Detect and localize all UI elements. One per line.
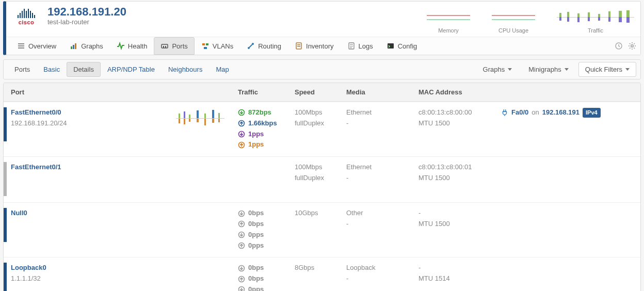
subtab-ports[interactable]: Ports [8, 62, 37, 77]
svg-rect-55 [189, 119, 190, 122]
svg-rect-61 [212, 119, 214, 123]
tab-config[interactable]: Config [380, 37, 424, 55]
subtab-arp[interactable]: ARP/NDP Table [101, 62, 162, 77]
routing-icon [247, 42, 255, 50]
svg-rect-8 [588, 17, 590, 21]
gear-icon[interactable] [628, 42, 636, 50]
spark-cpu[interactable]: CPU Usage [492, 10, 535, 34]
table-row: Loopback0 1.1.1.1/32 0bps 0bps 0pps 0pps… [4, 257, 640, 291]
arrow-circle-icon [238, 231, 245, 238]
arrow-circle-icon [238, 265, 245, 272]
tab-ports[interactable]: Ports [154, 37, 194, 55]
svg-rect-27 [206, 43, 208, 45]
spark-label: CPU Usage [492, 27, 535, 34]
mac-cell: -MTU 1514 [414, 263, 497, 284]
plug-icon [501, 109, 508, 116]
svg-rect-23 [162, 44, 168, 48]
traffic-cell: 0bps 0bps 0pps 0pps [234, 208, 291, 251]
neighbor-target[interactable]: 192.168.191 [542, 107, 579, 118]
traffic-value: 0pps [248, 284, 264, 291]
traffic-value: 0pps [248, 240, 264, 251]
svg-rect-17 [18, 43, 24, 44]
minigraphs-dropdown[interactable]: Minigraphs [522, 62, 575, 77]
neighbor-on: on [532, 107, 539, 118]
svg-line-48 [634, 43, 635, 44]
speed-cell: 10Gbps [291, 208, 342, 219]
port-link[interactable]: Null0 [11, 209, 27, 217]
traffic-value: 872bps [248, 107, 271, 118]
tab-health[interactable]: Health [110, 37, 154, 55]
chevron-down-icon [625, 68, 630, 71]
svg-rect-18 [18, 45, 24, 46]
inventory-icon [295, 42, 303, 50]
svg-rect-60 [212, 110, 214, 118]
svg-rect-16 [626, 17, 630, 23]
subtab-basic[interactable]: Basic [37, 62, 67, 77]
ipv4-badge: IPv4 [583, 108, 601, 118]
quick-filters-dropdown[interactable]: Quick Filters [578, 62, 636, 77]
svg-line-45 [630, 43, 631, 44]
svg-rect-20 [71, 46, 72, 49]
col-port[interactable]: Port [7, 88, 172, 96]
arrow-circle-icon [238, 242, 245, 249]
speed-cell: 100MbpsfullDuplex [291, 107, 342, 129]
svg-rect-14 [619, 17, 622, 22]
col-traffic[interactable]: Traffic [234, 88, 291, 96]
refresh-icon[interactable] [615, 42, 623, 50]
subtab-neighbours[interactable]: Neighbours [162, 62, 210, 77]
svg-rect-21 [73, 45, 74, 49]
logs-icon [347, 42, 356, 50]
traffic-sparkline-icon [557, 9, 634, 26]
tab-logs[interactable]: Logs [341, 37, 380, 55]
tab-graphs[interactable]: Graphs [63, 37, 110, 55]
mac-cell: -MTU 1500 [414, 208, 497, 230]
device-ip[interactable]: 192.168.191.20 [47, 6, 126, 18]
tab-routing[interactable]: Routing [240, 37, 288, 55]
tab-overview[interactable]: Overview [10, 37, 63, 55]
svg-rect-58 [204, 114, 206, 118]
svg-rect-24 [163, 46, 164, 48]
port-subtabs: Ports Basic Details ARP/NDP Table Neighb… [3, 59, 641, 79]
arrow-circle-icon [238, 210, 245, 217]
svg-rect-50 [179, 114, 180, 118]
svg-rect-13 [619, 11, 622, 17]
spark-label: Traffic [557, 27, 634, 34]
subtab-details[interactable]: Details [67, 62, 101, 77]
arrow-circle-icon [238, 220, 245, 228]
col-mac[interactable]: MAC Address [414, 88, 497, 96]
traffic-cell: 0bps 0bps 0pps 0pps [234, 263, 291, 291]
tab-inventory[interactable]: Inventory [288, 37, 340, 55]
media-cell: Loopback- [342, 263, 414, 284]
svg-rect-52 [184, 111, 185, 118]
graphs-dropdown[interactable]: Graphs [476, 62, 519, 77]
subtab-map[interactable]: Map [209, 62, 235, 77]
port-minigraph[interactable] [172, 107, 234, 134]
chevron-down-icon [565, 68, 569, 71]
traffic-value: 1pps [248, 129, 264, 140]
svg-rect-12 [608, 17, 610, 22]
port-link[interactable]: FastEthernet0/1 [11, 163, 61, 171]
col-speed[interactable]: Speed [291, 88, 342, 96]
traffic-cell: 872bps 1.66kbps 1pps 1pps [234, 107, 291, 150]
chart-icon [70, 42, 78, 50]
port-link[interactable]: Loopback0 [11, 264, 46, 271]
svg-rect-54 [189, 115, 190, 118]
media-cell: Ethernet- [342, 107, 414, 129]
svg-rect-33 [297, 46, 300, 47]
traffic-value: 0bps [248, 273, 264, 284]
port-address: 1.1.1.1/32 [11, 273, 168, 284]
svg-rect-28 [204, 47, 207, 49]
col-media[interactable]: Media [342, 88, 414, 96]
svg-point-40 [631, 45, 633, 47]
svg-rect-1 [559, 13, 561, 17]
arrow-circle-icon [238, 141, 245, 149]
spark-memory[interactable]: Memory [427, 10, 470, 34]
arrow-circle-icon [238, 120, 245, 127]
spark-traffic[interactable]: Traffic [557, 9, 634, 34]
extra-cell: Fa0/0 on 192.168.191 IPv4 [497, 107, 640, 118]
port-link[interactable]: FastEthernet0/0 [11, 108, 61, 116]
vlan-icon [201, 42, 210, 50]
tab-vlans[interactable]: VLANs [195, 37, 240, 55]
svg-rect-51 [179, 119, 180, 123]
neighbor-iface[interactable]: Fa0/0 [511, 107, 528, 118]
